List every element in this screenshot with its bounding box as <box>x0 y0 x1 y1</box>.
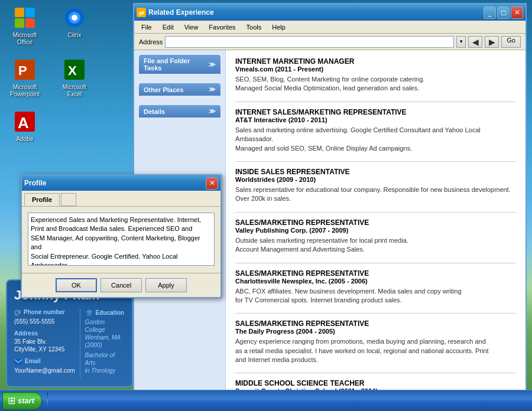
profile-info: 📞 Phone number (555) 555-5555 Address 35… <box>14 309 125 379</box>
svg-rect-3 <box>25 18 35 28</box>
go-button[interactable]: Go <box>501 36 521 48</box>
dialog-titlebar[interactable]: Profile ✕ <box>22 175 220 191</box>
profile-textarea[interactable] <box>28 213 215 266</box>
sidebar-file-folder-label: File and Folder Tasks <box>144 57 209 71</box>
dialog-controls: ✕ <box>206 177 218 190</box>
email-label: Email <box>25 358 41 364</box>
sidebar-section-details: Details ≫ <box>139 105 220 122</box>
explorer-main-content: INTERNET MARKETING MANAGERVmeals.com (20… <box>226 50 525 397</box>
taskbar-divider <box>47 393 48 409</box>
job-description: Sales and marketing online advertising. … <box>235 126 516 153</box>
sidebar-section-file-folder: File and Folder Tasks ≫ <box>139 55 220 79</box>
powerpoint-icon: P <box>13 58 37 81</box>
svg-text:A: A <box>18 114 29 132</box>
sidebar-details-header[interactable]: Details ≫ <box>139 105 220 118</box>
maximize-button[interactable]: ◻ <box>497 6 510 19</box>
job-company: AT&T Interactive (2010 - 2011) <box>235 116 516 123</box>
job-company: Worldstrides (2009 - 2010) <box>235 176 516 183</box>
dialog-close-button[interactable]: ✕ <box>206 177 218 190</box>
windows-logo: ⊞ <box>8 395 15 406</box>
job-company: Vmeals.com (2011 - Present) <box>235 66 516 73</box>
menu-favorites[interactable]: Favorites <box>204 22 240 32</box>
close-button[interactable]: ✕ <box>511 6 523 19</box>
job-company: Valley Publishing Corp. (2007 - 2009) <box>235 227 516 234</box>
desktop-icon-excel[interactable]: X Microsoft Excel <box>56 58 93 98</box>
svg-rect-0 <box>15 8 24 17</box>
start-button[interactable]: ⊞ start <box>2 392 42 410</box>
address-dropdown-button[interactable]: ▼ <box>456 36 466 48</box>
dialog-tab-2[interactable] <box>61 193 76 206</box>
job-entry: INSIDE SALES REPRESENTATIVEWorldstrides … <box>235 168 516 204</box>
ms-office-icon <box>13 6 37 30</box>
svg-text:P: P <box>18 63 27 78</box>
job-entry: INTERNET SALES/MARKETING REPRESENTATIVEA… <box>235 108 516 153</box>
job-title: INTERNET SALES/MARKETING REPRESENTATIVE <box>235 108 516 116</box>
job-entry: INTERNET MARKETING MANAGERVmeals.com (20… <box>235 57 516 93</box>
menu-view[interactable]: View <box>180 22 203 32</box>
icon-row-2: P Microsoft Powerpoint X Microsoft Excel <box>6 58 93 98</box>
desktop-icon-adobe[interactable]: A Adobe <box>6 110 44 143</box>
dialog-ok-button[interactable]: OK <box>56 278 97 292</box>
address-label: Address <box>139 38 163 45</box>
desktop-icon-powerpoint[interactable]: P Microsoft Powerpoint <box>6 58 44 98</box>
education-label: Education <box>96 309 124 316</box>
job-title: SALES/MARKETING REPRESENTATIVE <box>235 269 516 278</box>
desktop: Microsoft Office Citrix <box>0 0 532 411</box>
svg-rect-2 <box>15 18 24 28</box>
desktop-icon-ms-office[interactable]: Microsoft Office <box>6 6 44 46</box>
sidebar-details-body <box>139 118 220 122</box>
job-description: Outside sales marketing representative f… <box>235 236 516 255</box>
minimize-button[interactable]: _ <box>484 6 496 19</box>
dialog-tab-profile[interactable]: Profile <box>24 193 60 206</box>
window-controls: _ ◻ ✕ <box>484 6 523 19</box>
job-separator <box>235 161 516 162</box>
phone-value: (555) 555-5555 <box>14 318 75 325</box>
forward-button[interactable]: ▶ <box>485 36 499 48</box>
sidebar-other-places-chevron: ≫ <box>209 86 216 93</box>
dialog-apply-button[interactable]: Apply <box>145 278 187 292</box>
phone-icon: 📞 <box>14 309 21 317</box>
profile-phone-section: 📞 Phone number (555) 555-5555 <box>14 309 75 325</box>
taskbar: ⊞ start <box>0 390 532 411</box>
profile-left: 📞 Phone number (555) 555-5555 Address 35… <box>14 309 75 379</box>
sidebar-file-folder-body <box>139 74 220 79</box>
sidebar-details-label: Details <box>144 108 165 115</box>
email-icon <box>14 359 22 365</box>
dialog-cancel-button[interactable]: Cancel <box>100 278 142 292</box>
profile-address-section: Address 35 Fake Blv.CityVille, XY 12345 <box>14 330 75 353</box>
excel-icon: X <box>63 58 86 81</box>
phone-label: Phone number <box>24 309 65 315</box>
profile-education-section: Education Gordon CollegeWenham, MA (2000… <box>85 309 125 374</box>
job-company: The Daily Progress (2004 - 2005) <box>235 328 516 335</box>
excel-label: Microsoft Excel <box>56 84 93 98</box>
desktop-icon-citrix[interactable]: Citrix <box>56 6 93 46</box>
job-separator <box>235 263 516 263</box>
menu-file[interactable]: File <box>137 22 157 32</box>
job-separator <box>235 313 516 314</box>
job-description: Sales representative for educational tou… <box>235 185 516 204</box>
explorer-titlebar[interactable]: 📁 Related Experience _ ◻ ✕ <box>134 4 525 21</box>
job-separator <box>235 373 516 373</box>
job-description: ABC, FOX affiliates. New business develo… <box>235 287 516 305</box>
dialog-tabs: Profile <box>22 191 220 207</box>
citrix-icon <box>63 6 86 30</box>
profile-dialog: Profile ✕ Profile OK Cancel Apply <box>21 174 222 298</box>
explorer-toolbar: Address ▼ ◀ ▶ Go <box>134 34 525 50</box>
sidebar-file-folder-header[interactable]: File and Folder Tasks ≫ <box>139 55 220 74</box>
dialog-title: Profile <box>24 179 206 187</box>
icon-row-3: A Adobe <box>6 110 93 143</box>
education-school: Gordon CollegeWenham, MA (2000) <box>85 318 125 349</box>
back-button[interactable]: ◀ <box>468 36 482 48</box>
sidebar-other-places-header[interactable]: Other Places ≫ <box>139 83 220 96</box>
sidebar-other-places-label: Other Places <box>144 86 183 93</box>
sidebar-details-chevron: ≫ <box>209 107 216 115</box>
menu-edit[interactable]: Edit <box>158 22 179 32</box>
address-label: Address <box>14 330 75 337</box>
explorer-title-icon: 📁 <box>137 8 146 17</box>
svg-text:X: X <box>68 63 77 78</box>
address-input[interactable] <box>165 36 454 48</box>
job-title: SALES/MARKETING REPRESENTATIVE <box>235 218 516 227</box>
menu-help[interactable]: Help <box>267 22 290 32</box>
menu-tools[interactable]: Tools <box>242 22 267 32</box>
job-separator <box>235 102 516 102</box>
